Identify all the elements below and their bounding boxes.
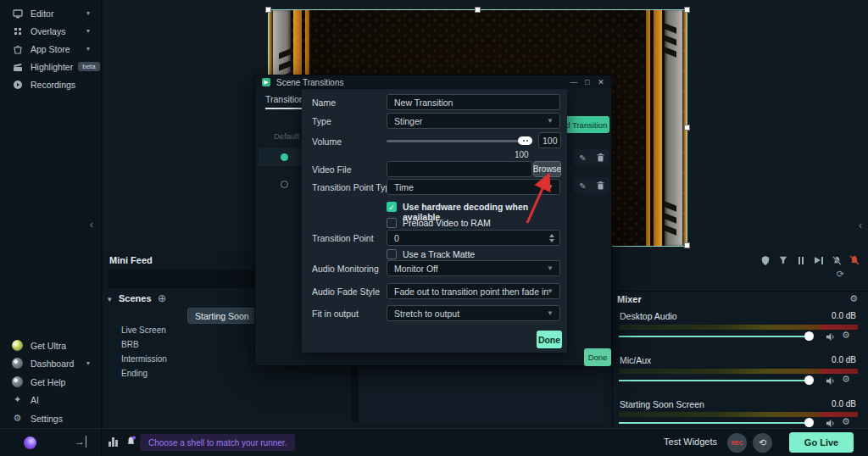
sidebar-item-get-ultra[interactable]: Get Ultra xyxy=(0,336,102,354)
collapse-right-panel-icon[interactable]: ‹ xyxy=(859,220,862,231)
minimize-icon[interactable]: — xyxy=(567,78,581,86)
speaker-icon[interactable] xyxy=(825,418,835,428)
mixer-settings-gear-icon[interactable]: ⚙ xyxy=(849,293,858,304)
preload-ram-label[interactable]: Preload Video to RAM xyxy=(403,218,491,228)
preload-ram-checkbox[interactable] xyxy=(387,218,397,228)
chevron-down-icon: ▾ xyxy=(86,359,90,367)
hardware-decoding-checkbox[interactable]: ✓ xyxy=(387,202,397,212)
notifications-bell-icon[interactable] xyxy=(125,436,136,447)
chevron-down-icon: ▾ xyxy=(86,9,90,17)
fit-in-output-select[interactable]: Stretch to output▼ xyxy=(387,305,560,321)
name-input[interactable]: New Transition xyxy=(387,94,560,110)
close-icon[interactable]: ✕ xyxy=(594,78,608,86)
track-matte-checkbox[interactable] xyxy=(387,249,397,259)
volume-slider-knob[interactable] xyxy=(804,331,814,341)
volume-slider-track[interactable] xyxy=(387,140,529,142)
channel-settings-gear-icon[interactable]: ⚙ xyxy=(842,416,850,427)
selection-handle-top-left[interactable] xyxy=(265,7,271,13)
speaker-icon[interactable] xyxy=(825,375,835,386)
name-label: Name xyxy=(312,97,336,108)
sidebar-item-app-store[interactable]: App Store ▾ xyxy=(0,40,102,58)
sidebar-item-overlays[interactable]: Overlays ▾ xyxy=(0,22,102,40)
stats-chart-icon[interactable] xyxy=(108,437,118,447)
sidebar-item-label: Editor xyxy=(31,8,53,19)
replay-icon: ⟲ xyxy=(759,437,766,448)
sidebar-item-settings[interactable]: ⚙ Settings xyxy=(0,409,102,427)
transitions-done-button[interactable]: Done xyxy=(584,348,611,366)
sidebar-item-highlighter[interactable]: Highlighter beta xyxy=(0,58,102,75)
number-spinner[interactable] xyxy=(549,234,554,242)
transition-point-input[interactable]: 0 xyxy=(387,230,560,246)
maximize-icon[interactable]: □ xyxy=(581,78,594,86)
volume-value-input[interactable]: 100 xyxy=(538,132,561,148)
transition-default-label: Default xyxy=(274,131,299,141)
edit-pencil-icon[interactable]: ✎ xyxy=(579,153,586,163)
notification-message-pill[interactable]: Choose a shell to match your runner. xyxy=(140,434,295,451)
edit-transition-modal: Name New Transition Type Stinger▼ Volume… xyxy=(302,89,567,353)
collapse-left-panel-icon[interactable]: ‹ xyxy=(90,219,93,231)
sidebar-item-recordings[interactable]: Recordings xyxy=(0,75,102,93)
selection-handle-top-mid[interactable] xyxy=(475,7,481,13)
replay-buffer-button[interactable]: ⟲ xyxy=(753,433,772,453)
go-live-button[interactable]: Go Live xyxy=(789,432,854,453)
delete-trash-icon[interactable] xyxy=(597,153,604,162)
selection-handle-mid-right[interactable] xyxy=(684,125,690,131)
sidebar-item-label: Get Ultra xyxy=(31,341,66,351)
browse-button[interactable]: Browse xyxy=(533,161,561,177)
channel-level: 0.0 dB xyxy=(832,311,856,320)
type-select[interactable]: Stinger▼ xyxy=(387,113,560,129)
notifications-off-icon[interactable] xyxy=(849,255,860,265)
chevron-down-icon: ▼ xyxy=(547,264,554,272)
bell-muted-icon[interactable] xyxy=(832,255,842,265)
sidebar-item-ai[interactable]: ✦ AI xyxy=(0,391,102,409)
volume-slider[interactable] xyxy=(619,422,810,424)
transition-point-type-select[interactable]: Time▼ xyxy=(387,179,560,195)
pause-icon[interactable] xyxy=(796,255,806,265)
filter-icon[interactable] xyxy=(778,255,788,265)
transition-point-label: Transition Point xyxy=(312,233,374,243)
channel-level: 0.0 dB xyxy=(832,355,856,364)
track-matte-label[interactable]: Use a Track Matte xyxy=(403,249,475,259)
delete-trash-icon[interactable] xyxy=(597,181,604,190)
transition-radio-unselected[interactable] xyxy=(281,181,288,188)
window-titlebar[interactable]: ▶ Scene Transitions — □ ✕ xyxy=(255,75,611,89)
channel-settings-gear-icon[interactable]: ⚙ xyxy=(842,374,850,385)
volume-slider[interactable] xyxy=(619,380,810,381)
chevron-down-icon: ▼ xyxy=(547,309,554,317)
streamlabs-logo-icon[interactable] xyxy=(24,437,36,449)
sidebar-item-dashboard[interactable]: Dashboard ▾ xyxy=(0,354,102,372)
test-widgets-button[interactable]: Test Widgets xyxy=(664,437,717,447)
selection-handle-top-right[interactable] xyxy=(684,7,690,13)
add-scene-icon[interactable]: ⊕ xyxy=(158,292,166,304)
channel-settings-gear-icon[interactable]: ⚙ xyxy=(842,330,850,341)
scenes-collapse-icon[interactable]: ▾ xyxy=(108,295,112,303)
ai-sparkle-icon: ✦ xyxy=(12,394,23,405)
audio-fade-style-select[interactable]: Fade out to transition point then fade i… xyxy=(387,283,560,299)
channel-name: Mic/Aux xyxy=(620,355,651,365)
shield-icon[interactable] xyxy=(760,255,771,265)
edit-pencil-icon[interactable]: ✎ xyxy=(579,181,586,191)
expand-sidebar-icon[interactable]: →​ xyxy=(75,436,86,448)
chevron-down-icon: ▼ xyxy=(547,287,554,295)
sidebar-item-get-help[interactable]: Get Help xyxy=(0,373,102,391)
scene-transitions-window: ▶ Scene Transitions — □ ✕ Transitions De… xyxy=(254,75,612,366)
recordings-icon xyxy=(12,79,23,90)
video-file-input[interactable] xyxy=(387,161,532,177)
record-button[interactable]: REC xyxy=(727,433,747,453)
sidebar-item-editor[interactable]: Editor ▾ xyxy=(0,4,102,22)
scene-row-ending[interactable]: Ending xyxy=(103,366,351,381)
sidebar-item-label: Highlighter xyxy=(31,62,73,72)
refresh-icon[interactable]: ⟳ xyxy=(837,269,844,280)
transition-edit-row: ✎ xyxy=(574,149,609,166)
audio-monitoring-select[interactable]: Monitor Off▼ xyxy=(387,260,560,276)
transition-radio-selected[interactable] xyxy=(281,153,288,161)
speaker-icon[interactable] xyxy=(825,331,835,342)
mixer-region: ⟳ Mixer ⚙ Desktop Audio 0.0 dB ⚙ Mic/Aux… xyxy=(612,250,868,428)
volume-slider-knob[interactable] xyxy=(804,418,814,427)
selection-handle-bottom-right[interactable] xyxy=(684,242,690,248)
volume-slider-knob[interactable] xyxy=(804,375,814,385)
volume-slider[interactable] xyxy=(619,336,810,337)
modal-done-button[interactable]: Done xyxy=(537,331,562,348)
skip-to-end-icon[interactable] xyxy=(814,255,824,265)
volume-slider-handle[interactable] xyxy=(518,136,532,145)
